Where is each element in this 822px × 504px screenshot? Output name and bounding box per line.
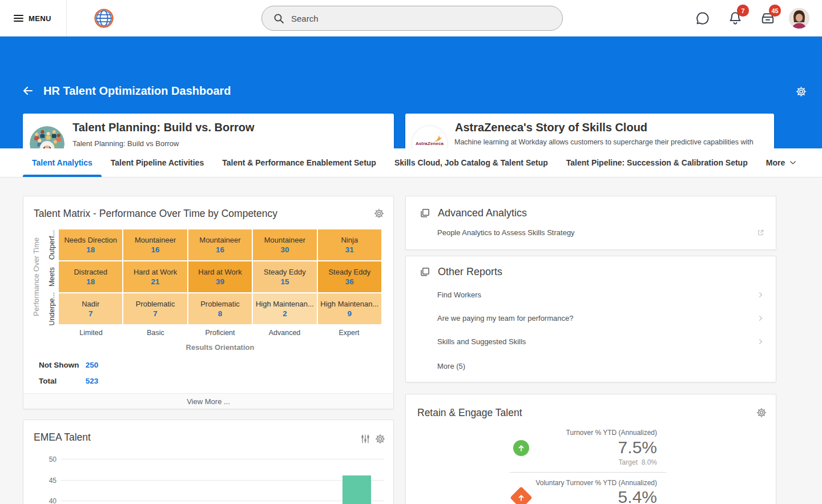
workday-tenant-logo[interactable]	[93, 7, 115, 29]
reports-icon	[420, 208, 430, 219]
search-icon	[273, 13, 284, 24]
search-input[interactable]	[291, 14, 542, 23]
matrix-cell[interactable]: Nadir7	[59, 293, 122, 324]
back-button[interactable]	[22, 84, 34, 97]
report-link-people-analytics[interactable]: People Analytics to Assess Skills Strate…	[437, 227, 764, 237]
tab-more[interactable]: More	[757, 148, 806, 177]
chart-filter-sliders-icon[interactable]	[360, 434, 370, 444]
matrix-row-label-meets: Meets	[47, 261, 57, 292]
gridline	[61, 501, 384, 501]
dashboard-header: HR Talent Optimization Dashboard	[0, 37, 822, 148]
dashboard-tabs: Talent Analytics Talent Pipeline Activit…	[0, 148, 822, 178]
kpi-label: Turnover % YTD (Annualized)	[486, 429, 657, 437]
section-title: Other Reports	[438, 266, 502, 278]
card-title: EMEA Talent	[34, 432, 91, 443]
retain-engage-card: Retain & Engage Talent Turnover % YTD (A…	[405, 394, 776, 504]
matrix-not-shown-row: Not Shown 250	[39, 361, 98, 369]
matrix-cell[interactable]: Ninja31	[318, 229, 381, 260]
card-title: Talent Matrix - Performance Over Time by…	[34, 208, 277, 220]
kpi-divider	[510, 472, 666, 473]
matrix-cell[interactable]: Mountaineer16	[188, 229, 252, 260]
matrix-y-axis-title: Performance Over Time	[31, 229, 41, 324]
matrix-view-more-link[interactable]: View More ...	[23, 393, 393, 409]
card-title: Retain & Engage Talent	[417, 407, 522, 419]
global-menu-button[interactable]: MENU	[14, 10, 51, 26]
profile-avatar[interactable]	[789, 8, 809, 29]
report-link-paying-for-performance[interactable]: Are we paying my team for performance?	[437, 313, 764, 323]
tab-talent-analytics[interactable]: Talent Analytics	[23, 148, 102, 177]
y-tick-label: 45	[34, 477, 57, 485]
matrix-cell[interactable]: Hard at Work39	[188, 261, 252, 292]
matrix-settings-button[interactable]	[374, 208, 384, 219]
kpi-value[interactable]: 5.4%	[486, 487, 657, 504]
matrix-cell[interactable]: Needs Direction18	[59, 229, 122, 260]
top-bar: MENU 7	[0, 0, 822, 37]
matrix-cell[interactable]: Mountaineer16	[123, 229, 187, 260]
astrazeneca-swoosh-icon	[433, 134, 442, 143]
tab-talent-pipeline-activities[interactable]: Talent Pipeline Activities	[102, 148, 213, 177]
matrix-cell[interactable]: Problematic7	[123, 293, 187, 324]
reports-icon	[420, 267, 430, 277]
matrix-cell[interactable]: High Maintenan...9	[318, 293, 381, 324]
external-link-icon	[757, 229, 764, 236]
emea-bar[interactable]	[342, 475, 371, 504]
emea-talent-card: EMEA Talent 50 45 40	[23, 420, 394, 504]
y-tick-label: 50	[34, 455, 57, 463]
report-link-find-workers[interactable]: Find Workers	[437, 289, 764, 300]
dashboard-settings-button[interactable]	[796, 86, 807, 97]
kpi-label: Voluntary Turnover % YTD (Annualized)	[486, 479, 657, 487]
chevron-right-icon	[757, 291, 764, 299]
gear-icon	[756, 408, 767, 418]
avatar-photo	[789, 8, 809, 29]
advanced-analytics-card: Advanced Analytics People Analytics to A…	[405, 196, 776, 250]
tab-talent-pipeline-succession-calibration-setup[interactable]: Talent Pipeline: Succession & Calibratio…	[557, 148, 757, 177]
matrix-cell[interactable]: Hard at Work21	[123, 261, 187, 292]
gridline	[61, 480, 384, 481]
page-title: HR Talent Optimization Dashboard	[43, 83, 231, 99]
section-title: Advanced Analytics	[438, 207, 527, 219]
inbox-badge: 45	[769, 5, 781, 17]
tab-skills-cloud-job-catalog-talent-setup[interactable]: Skills Cloud, Job Catalog & Talent Setup	[385, 148, 557, 177]
more-reports-link[interactable]: More (5)	[437, 361, 764, 371]
global-search-bar[interactable]	[261, 6, 563, 31]
matrix-x-axis-title: Results Orientation	[59, 343, 381, 352]
matrix-total-row: Total 523	[39, 377, 98, 385]
talent-matrix-grid: Needs Direction18 Mountaineer16 Mountain…	[59, 229, 381, 324]
matrix-cell[interactable]: Mountaineer30	[253, 229, 316, 260]
matrix-row-label-underperform: Underpe...	[47, 293, 57, 324]
announcement-title: Talent Planning: Build vs. Borrow	[72, 121, 255, 134]
report-link-skills-suggested-skills[interactable]: Skills and Suggested Skills	[437, 336, 764, 346]
back-arrow-icon	[22, 84, 34, 97]
kpi-value[interactable]: 7.5%	[486, 438, 657, 457]
chat-icon	[695, 10, 711, 26]
not-shown-count-link[interactable]: 250	[86, 361, 99, 369]
chevron-down-icon	[789, 159, 797, 167]
matrix-cell[interactable]: Problematic8	[188, 293, 252, 324]
gridline	[61, 459, 384, 459]
matrix-row-label-outperform: Outperf...	[47, 229, 57, 260]
gear-icon[interactable]	[375, 434, 385, 444]
kpi-target: Target 8.0%	[486, 458, 657, 466]
gear-icon	[796, 86, 807, 97]
menu-label: MENU	[29, 14, 51, 23]
chat-button[interactable]	[695, 10, 711, 26]
notifications-badge: 7	[737, 5, 749, 17]
talent-matrix-card: Talent Matrix - Performance Over Time by…	[23, 196, 394, 409]
retain-settings-button[interactable]	[756, 408, 767, 418]
matrix-cell[interactable]: High Maintenan...2	[253, 293, 316, 324]
gear-icon	[374, 208, 384, 219]
y-tick-label: 40	[34, 497, 57, 504]
tab-talent-performance-enablement-setup[interactable]: Talent & Performance Enablement Setup	[213, 148, 385, 177]
matrix-cell[interactable]: Distracted18	[59, 261, 122, 292]
matrix-cell[interactable]: Steady Eddy36	[318, 261, 381, 292]
total-count-link[interactable]: 523	[86, 377, 99, 385]
announcement-subtitle: Talent Planning: Build vs Borrow	[72, 139, 179, 148]
chevron-right-icon	[757, 315, 764, 322]
matrix-column-labels: Limited Basic Proficient Advanced Expert	[59, 329, 381, 337]
globe-icon	[93, 7, 115, 29]
matrix-cell[interactable]: Steady Eddy15	[253, 261, 316, 292]
hamburger-icon	[14, 15, 23, 22]
other-reports-card: Other Reports Find Workers Are we paying…	[405, 256, 776, 382]
chevron-right-icon	[757, 338, 764, 345]
announcement-title: AstraZeneca's Story of Skills Cloud	[455, 121, 647, 134]
